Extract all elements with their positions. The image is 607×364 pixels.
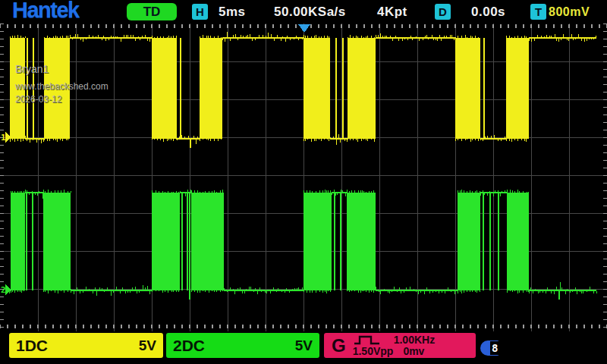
generator-frequency: 1.00KHz bbox=[394, 334, 435, 346]
channel2-coupling-label: 2DC bbox=[173, 337, 205, 355]
oscilloscope-screen: Hantek TD H 5ms 50.00KSa/s 4Kpt D 0.00s … bbox=[0, 0, 607, 364]
annotation-website: www.thebackshed.com bbox=[15, 81, 109, 92]
trigger-level-readout: 800mV bbox=[549, 5, 590, 19]
generator-offset: 0mv bbox=[403, 346, 424, 357]
horizontal-offset-readout: 0.00s bbox=[471, 5, 505, 20]
square-wave-icon bbox=[353, 334, 382, 345]
generator-label: G bbox=[332, 335, 346, 356]
channel2-info-box[interactable]: 2DC 5V bbox=[166, 333, 319, 358]
bottom-status-bar: 1DC 5V 2DC 5V G 1.00KHz 1.50Vpp 0mv bbox=[0, 331, 607, 364]
channel2-volts-per-div: 5V bbox=[295, 337, 313, 354]
generator-info-box[interactable]: G 1.00KHz 1.50Vpp 0mv bbox=[324, 333, 476, 358]
annotation-date: 2026-03-12 bbox=[15, 94, 109, 105]
annotation-username: Bryan1 bbox=[15, 63, 109, 75]
trigger-menu-badge[interactable]: T bbox=[530, 4, 546, 20]
sample-rate-readout: 50.00KSa/s bbox=[274, 5, 346, 20]
brand-logo: Hantek bbox=[12, 0, 79, 23]
trigger-status-badge[interactable]: TD bbox=[127, 3, 177, 20]
generator-amplitude: 1.50Vpp bbox=[353, 346, 394, 357]
delay-badge[interactable]: D bbox=[435, 4, 451, 20]
svg-text:1: 1 bbox=[1, 133, 6, 143]
screen-annotation: Bryan1 www.thebackshed.com 2026-03-12 bbox=[15, 63, 109, 105]
usb-device-icon: 8 bbox=[480, 340, 499, 356]
top-status-bar: Hantek TD H 5ms 50.00KSa/s 4Kpt D 0.00s … bbox=[0, 0, 607, 24]
waveform-display-area: 12 Bryan1 www.thebackshed.com 2026-03-12 bbox=[0, 24, 607, 331]
memory-depth-readout: 4Kpt bbox=[377, 5, 407, 20]
usb-device-glyph: 8 bbox=[490, 341, 499, 355]
svg-text:2: 2 bbox=[1, 285, 6, 295]
horizontal-menu-badge[interactable]: H bbox=[192, 4, 208, 20]
trigger-position-marker[interactable] bbox=[298, 24, 310, 33]
channel1-coupling-label: 1DC bbox=[16, 337, 48, 355]
ch1-position-marker[interactable]: 1 bbox=[1, 132, 11, 143]
channel1-volts-per-div: 5V bbox=[139, 337, 156, 354]
timebase-readout: 5ms bbox=[219, 5, 246, 20]
channel1-info-box[interactable]: 1DC 5V bbox=[9, 333, 163, 358]
ch2-trace bbox=[6, 190, 597, 300]
